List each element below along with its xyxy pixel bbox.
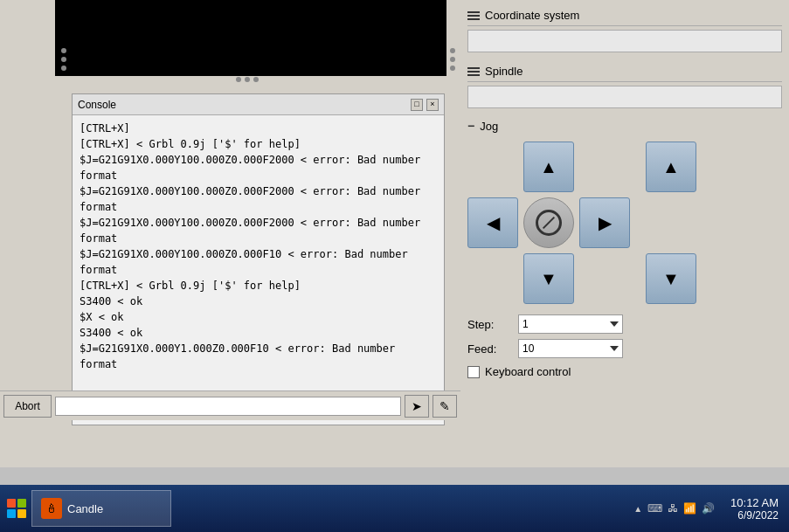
taskbar: 🕯 Candle ▲ ⌨ 🖧 📶 🔊 10:12 AM 6/9/2022 <box>0 485 789 532</box>
jog-x-plus-button[interactable]: ▶ <box>579 197 630 248</box>
clock-date: 6/9/2022 <box>737 509 779 522</box>
win-quad-green <box>17 499 26 508</box>
empty-cell <box>579 142 630 192</box>
empty-cell <box>467 253 518 304</box>
step-feed-controls: Step: 1 0.1 5 10 50 100 Feed: 10 1 <box>467 314 782 358</box>
coordinate-system-menu-icon[interactable] <box>467 11 480 20</box>
pin-button[interactable]: ✎ <box>433 395 457 418</box>
empty-cell <box>579 253 630 304</box>
menu-line <box>467 15 480 17</box>
jog-x-minus-button[interactable]: ◀ <box>467 197 518 248</box>
volume-tray-icon[interactable]: 🔊 <box>702 502 715 515</box>
coordinate-system-title: Coordinate system <box>485 9 579 22</box>
clock-time: 10:12 AM <box>730 496 779 509</box>
coordinate-system-content <box>467 30 782 52</box>
right-panel: Coordinate system Spindle − Jog <box>460 0 789 467</box>
dot <box>61 48 66 53</box>
jog-z-plus-button[interactable]: ▲ <box>646 142 696 192</box>
jog-z-minus-button[interactable]: ▼ <box>646 253 696 304</box>
console-line: $J=G21G91X0.000Y100.000Z0.000F2000 < err… <box>80 183 437 215</box>
abort-button[interactable]: Abort <box>3 395 52 418</box>
coordinate-system-header: Coordinate system <box>467 3 782 26</box>
windows-logo-icon <box>7 499 26 518</box>
console-line: [CTRL+X] < Grbl 0.9j ['$' for help] <box>80 278 437 294</box>
step-label: Step: <box>467 318 511 331</box>
dot <box>245 77 250 82</box>
left-scrollbar-dots <box>61 48 66 71</box>
dot <box>61 57 66 62</box>
console-controls: □ × <box>411 99 439 111</box>
spindle-content <box>467 86 782 108</box>
console-line: [CTRL+X] <box>80 121 437 136</box>
jog-title: Jog <box>480 120 498 133</box>
jog-y-minus-button[interactable]: ▼ <box>523 253 574 304</box>
menu-line <box>467 67 480 69</box>
jog-xy-grid: ▲ ◀ ▶ <box>467 142 632 306</box>
feed-row: Feed: 10 1 5 50 100 500 1000 <box>467 339 782 358</box>
menu-line <box>467 11 480 13</box>
empty-cell <box>467 142 518 192</box>
jog-z-grid: ▲ ▼ <box>646 142 698 306</box>
dot <box>450 48 455 53</box>
jog-y-plus-button[interactable]: ▲ <box>523 142 574 192</box>
arrow-down-icon: ▼ <box>540 269 557 289</box>
keyboard-control-checkbox[interactable] <box>467 366 480 378</box>
jog-section: − Jog ▲ ◀ <box>467 115 782 382</box>
step-row: Step: 1 0.1 5 10 50 100 <box>467 314 782 334</box>
console-title: Console <box>78 99 116 111</box>
spindle-title: Spindle <box>485 65 523 78</box>
win-quad-red <box>7 499 16 508</box>
bottom-scrollbar-dots <box>236 77 259 82</box>
feed-select[interactable]: 10 1 5 50 100 500 1000 <box>518 339 623 358</box>
feed-label: Feed: <box>467 342 511 356</box>
arrow-down-z-icon: ▼ <box>662 269 680 289</box>
console-line: $J=G21G91X0.000Y100.000Z0.000F10 < error… <box>80 246 437 278</box>
console-line: S3400 < ok <box>80 294 437 309</box>
menu-line <box>467 74 480 76</box>
console-line: $J=G21G91X0.000Y100.000Z0.000F2000 < err… <box>80 215 437 246</box>
stop-circle-icon <box>536 210 562 236</box>
jog-collapse-icon[interactable]: − <box>467 119 474 133</box>
arrow-up-z-icon: ▲ <box>662 157 680 177</box>
spindle-menu-icon[interactable] <box>467 67 480 76</box>
win-quad-yellow <box>17 509 26 518</box>
step-select[interactable]: 1 0.1 5 10 50 100 <box>518 314 623 334</box>
taskbar-clock[interactable]: 10:12 AM 6/9/2022 <box>723 496 786 522</box>
pin-icon: ✎ <box>439 399 450 413</box>
signal-tray-icon[interactable]: 📶 <box>683 502 696 515</box>
candle-taskbar-app[interactable]: 🕯 Candle <box>31 490 171 527</box>
arrow-left-icon: ◀ <box>487 212 500 233</box>
right-scrollbar-dots <box>450 48 455 71</box>
keyboard-tray-icon[interactable]: ⌨ <box>647 502 662 515</box>
jog-buttons-layout: ▲ ◀ ▶ <box>467 142 782 306</box>
dot <box>450 66 455 71</box>
start-button[interactable] <box>3 491 30 526</box>
keyboard-control-label: Keyboard control <box>485 365 571 378</box>
dot <box>236 77 241 82</box>
jog-title-row: − Jog <box>467 119 782 133</box>
keyboard-control-row: Keyboard control <box>467 365 782 378</box>
jog-stop-button[interactable] <box>523 197 574 248</box>
arrow-right-icon: ▶ <box>599 212 612 233</box>
arrow-up-icon: ▲ <box>540 157 557 177</box>
send-button[interactable]: ➤ <box>405 395 429 418</box>
command-input[interactable] <box>55 397 401 416</box>
stop-line-icon <box>543 217 555 229</box>
empty-cell <box>646 197 696 248</box>
console-panel: Console □ × [CTRL+X][CTRL+X] < Grbl 0.9j… <box>72 93 445 425</box>
dot <box>450 57 455 62</box>
console-line: $J=G21G91X0.000Y100.000Z0.000F2000 < err… <box>80 152 437 183</box>
console-minimize-button[interactable]: □ <box>411 99 423 111</box>
console-close-button[interactable]: × <box>426 99 439 111</box>
bottom-bar: Abort ➤ ✎ <box>0 390 460 420</box>
menu-line <box>467 71 480 73</box>
console-line: $J=G21G91X0.000Y1.000Z0.000F10 < error: … <box>80 341 437 372</box>
menu-line <box>467 18 480 20</box>
tray-expand-icon[interactable]: ▲ <box>633 504 642 514</box>
console-line: S3400 < ok <box>80 325 437 341</box>
console-body: [CTRL+X][CTRL+X] < Grbl 0.9j ['$' for he… <box>73 115 444 425</box>
canvas-area <box>55 0 446 76</box>
main-area: Console □ × [CTRL+X][CTRL+X] < Grbl 0.9j… <box>0 0 789 467</box>
network-tray-icon[interactable]: 🖧 <box>668 502 678 515</box>
console-header: Console □ × <box>73 94 444 115</box>
